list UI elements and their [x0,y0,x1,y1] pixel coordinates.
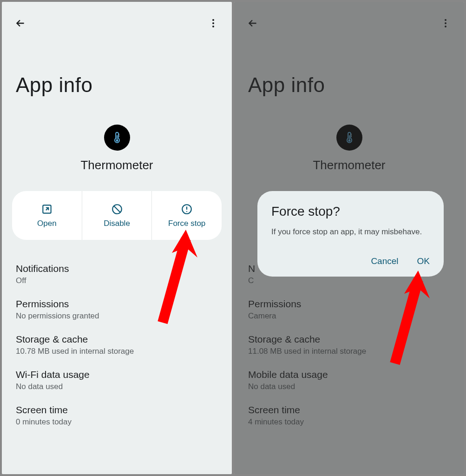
thermometer-icon [110,131,124,145]
setting-storage[interactable]: Storage & cache10.78 MB used in internal… [16,327,218,363]
force-stop-button[interactable]: Force stop [151,191,222,240]
open-icon [41,203,53,215]
setting-title: Permissions [16,298,218,310]
screenshot-right: App info Thermometer NC PermissionsCamer… [234,2,464,474]
setting-subtitle: 0 minutes today [16,417,218,427]
more-button[interactable] [205,15,222,32]
arrow-left-icon [14,17,26,29]
setting-notifications[interactable]: NotificationsOff [16,257,218,292]
svg-point-1 [212,22,214,24]
app-icon [104,125,130,151]
settings-list: NotificationsOff PermissionsNo permissio… [2,257,232,433]
open-label: Open [37,219,57,228]
svg-point-3 [116,139,118,142]
svg-point-7 [186,211,187,212]
setting-subtitle: Off [16,276,218,285]
setting-subtitle: No data used [16,382,218,391]
setting-title: Notifications [16,263,218,274]
setting-title: Screen time [16,404,218,416]
more-vert-icon [208,18,219,29]
top-bar [2,2,232,36]
dialog-body: If you force stop an app, it may misbeha… [271,227,430,237]
setting-subtitle: 10.78 MB used in internal storage [16,347,218,356]
action-row: Open Disable Force stop [12,191,222,240]
disable-icon [111,203,123,215]
back-button[interactable] [12,15,29,32]
ok-button[interactable]: OK [417,256,430,266]
app-name: Thermometer [80,158,153,172]
setting-title: Storage & cache [16,334,218,345]
setting-wifi-data[interactable]: Wi-Fi data usageNo data used [16,363,218,398]
setting-subtitle: No permissions granted [16,311,218,321]
app-header: Thermometer [2,125,232,172]
svg-point-2 [212,26,214,27]
force-stop-dialog: Force stop? If you force stop an app, it… [257,191,444,277]
setting-title: Wi-Fi data usage [16,369,218,380]
setting-screen-time[interactable]: Screen time0 minutes today [16,398,218,433]
cancel-button[interactable]: Cancel [371,256,398,266]
open-button[interactable]: Open [12,191,82,240]
force-stop-label: Force stop [168,219,205,228]
setting-permissions[interactable]: PermissionsNo permissions granted [16,292,218,327]
dialog-actions: Cancel OK [271,256,430,266]
dialog-title: Force stop? [271,204,430,219]
screenshot-left: App info Thermometer Open Disable Force … [2,2,232,474]
force-stop-icon [181,203,193,215]
disable-button[interactable]: Disable [82,191,152,240]
svg-point-0 [212,19,214,21]
disable-label: Disable [104,219,130,228]
page-title: App info [2,36,232,125]
